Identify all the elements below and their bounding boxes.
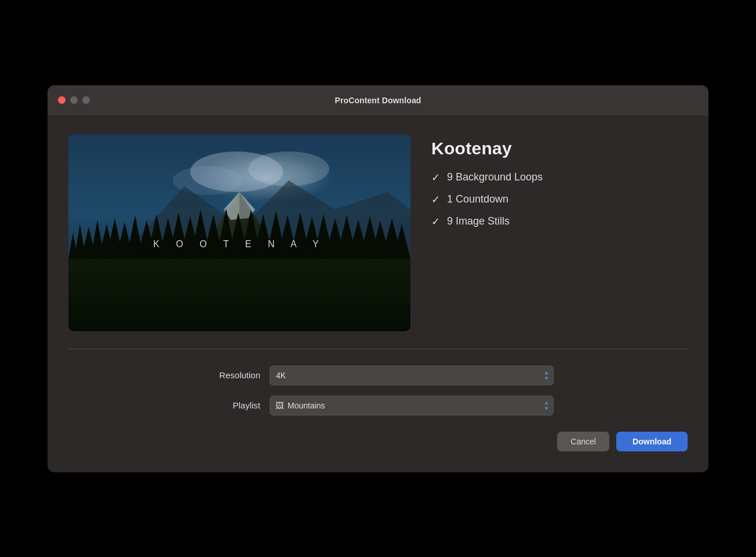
- feature-item-1: ✓ 9 Background Loops: [431, 171, 688, 184]
- button-row: Cancel Download: [68, 432, 688, 451]
- divider: [68, 349, 688, 349]
- app-window: ProContent Download: [48, 85, 708, 472]
- content-title: Kootenay: [431, 139, 688, 158]
- traffic-lights: [58, 96, 90, 104]
- minimize-button[interactable]: [70, 96, 78, 104]
- window-title: ProContent Download: [335, 96, 421, 105]
- maximize-button[interactable]: [82, 96, 90, 104]
- svg-rect-10: [68, 259, 410, 331]
- info-section: Kootenay ✓ 9 Background Loops ✓ 1 Countd…: [431, 134, 688, 228]
- playlist-select[interactable]: Mountains Nature Urban Abstract: [270, 396, 554, 415]
- feature-item-3: ✓ 9 Image Stills: [431, 215, 688, 228]
- resolution-row: Resolution 720p 1080p 4K ▲ ▼: [68, 366, 688, 385]
- content-area: K O O T E N A Y Kootenay ✓ 9 Background …: [48, 115, 708, 472]
- resolution-select-wrapper: 720p 1080p 4K ▲ ▼: [270, 366, 554, 385]
- checkmark-icon-3: ✓: [431, 215, 440, 228]
- top-section: K O O T E N A Y Kootenay ✓ 9 Background …: [68, 134, 688, 331]
- playlist-label: Playlist: [202, 400, 260, 410]
- download-button[interactable]: Download: [616, 432, 688, 451]
- svg-text:K O O T E N A Y: K O O T E N A Y: [153, 239, 325, 249]
- playlist-row: Playlist 🖼 Mountains Nature Urban Abstra…: [68, 396, 688, 415]
- form-section: Resolution 720p 1080p 4K ▲ ▼ Playlist: [68, 366, 688, 451]
- checkmark-icon-2: ✓: [431, 193, 440, 206]
- feature-list: ✓ 9 Background Loops ✓ 1 Countdown ✓ 9 I…: [431, 171, 688, 228]
- resolution-select[interactable]: 720p 1080p 4K: [270, 366, 554, 385]
- playlist-select-wrapper: 🖼 Mountains Nature Urban Abstract ▲ ▼: [270, 396, 554, 415]
- feature-label-2: 1 Countdown: [447, 193, 508, 205]
- cancel-button[interactable]: Cancel: [557, 432, 609, 451]
- preview-image: K O O T E N A Y: [68, 134, 410, 331]
- feature-label-3: 9 Image Stills: [447, 215, 510, 227]
- feature-label-1: 9 Background Loops: [447, 171, 543, 183]
- close-button[interactable]: [58, 96, 66, 104]
- titlebar: ProContent Download: [48, 85, 708, 115]
- checkmark-icon-1: ✓: [431, 171, 440, 184]
- feature-item-2: ✓ 1 Countdown: [431, 193, 688, 206]
- resolution-label: Resolution: [202, 370, 260, 380]
